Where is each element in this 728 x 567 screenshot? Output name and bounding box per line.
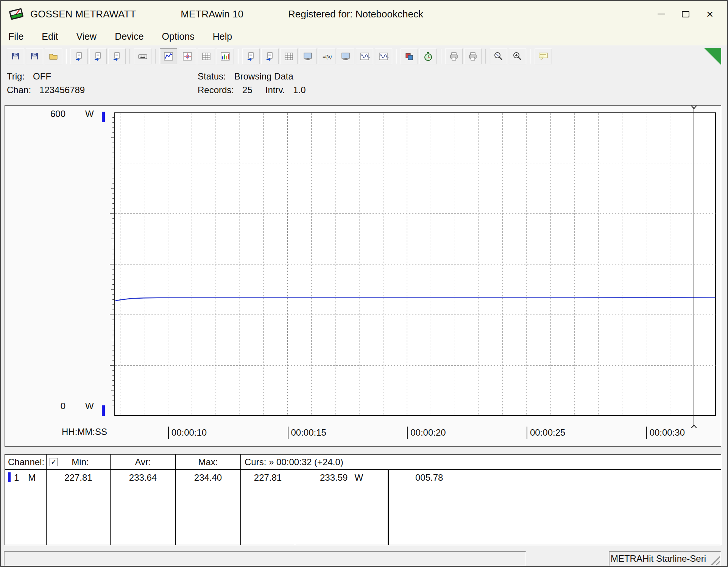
channel-mode: M	[28, 472, 36, 483]
device-display-button[interactable]	[337, 48, 354, 64]
printer-icon	[468, 51, 478, 61]
chan-label: Chan:	[7, 85, 31, 95]
timer-button[interactable]	[419, 48, 437, 64]
toolbar-separator	[129, 49, 130, 64]
toolbar-separator	[485, 49, 486, 64]
menu-edit[interactable]: Edit	[33, 27, 67, 45]
line-chart	[107, 112, 716, 416]
zoom-curve-button[interactable]	[490, 48, 507, 64]
statusbar-device-field: METRAHit Starline-Seri	[609, 551, 721, 566]
wave-icon	[360, 51, 369, 61]
tablegrid-icon	[284, 51, 294, 61]
doc-icon	[265, 51, 275, 61]
close-icon: ×	[706, 8, 714, 20]
status-value: Browsing Data	[234, 71, 293, 81]
monitor-icon	[341, 51, 351, 61]
app-logo-icon	[8, 6, 25, 22]
waveform-a-button[interactable]	[356, 48, 373, 64]
numeric-display-button[interactable]	[134, 48, 151, 64]
export-window-button[interactable]	[242, 48, 260, 64]
bar-chart-view-button[interactable]	[217, 48, 234, 64]
save-button[interactable]	[26, 48, 43, 64]
channel-list-button[interactable]	[280, 48, 298, 64]
formula-button[interactable]: =f(x)	[318, 48, 335, 64]
channel-range-marker-top	[102, 112, 105, 122]
doc-icon	[112, 51, 122, 61]
import-window-button[interactable]	[261, 48, 279, 64]
svg-text:=f(x): =f(x)	[323, 54, 332, 59]
status-panel: Trig:OFF Chan:123456789 Status:Browsing …	[1, 67, 727, 105]
menu-file[interactable]: File	[1, 27, 33, 45]
barchart-icon	[220, 51, 230, 61]
minimize-icon	[658, 14, 665, 14]
interval-value: 1.0	[293, 85, 306, 95]
export-clipboard-button[interactable]	[108, 48, 126, 64]
maximize-icon	[682, 11, 689, 17]
export-csv-button[interactable]	[89, 48, 107, 64]
xy-chart-view-button[interactable]	[179, 48, 196, 64]
zoom-icon	[513, 51, 522, 61]
menu-device[interactable]: Device	[106, 27, 153, 45]
menu-help[interactable]: Help	[204, 27, 241, 45]
table-header-channel: Channel:	[5, 455, 46, 470]
fx-icon: =f(x)	[322, 51, 332, 61]
channel-number: 1	[14, 472, 19, 483]
channel-visibility-checkbox[interactable]: ✓	[50, 458, 58, 466]
menu-options[interactable]: Options	[153, 27, 204, 45]
color-settings-button[interactable]	[401, 48, 418, 64]
waveform-b-button[interactable]	[375, 48, 392, 64]
doc-icon	[74, 51, 84, 61]
maximize-button[interactable]	[673, 4, 698, 24]
status-label: Status:	[198, 71, 226, 81]
chart-cursor[interactable]	[694, 107, 694, 427]
app-name: GOSSEN METRAWATT	[30, 8, 136, 20]
print-button[interactable]	[464, 48, 482, 64]
x-axis-tick-label: 00:00:20	[407, 427, 446, 439]
channel-color-marker	[8, 472, 11, 482]
table-header-max: Max:	[175, 455, 240, 470]
table-header-min-cell: ✓ Min:	[46, 455, 110, 470]
linechart-icon	[164, 51, 173, 61]
cursor-handle-bottom-icon[interactable]	[691, 422, 697, 428]
cursor-handle-top-icon[interactable]	[691, 106, 697, 112]
table-row-channel[interactable]: 1 M	[5, 470, 46, 545]
toolbar-separator	[441, 49, 441, 64]
doc-icon	[246, 51, 256, 61]
timer-icon	[423, 51, 433, 61]
monitor-view-button[interactable]	[299, 48, 316, 64]
table-cell-cursor-min: 227.81	[240, 470, 295, 545]
open-button[interactable]	[45, 48, 62, 64]
folder-icon	[48, 51, 58, 61]
x-axis-tick-label: 00:00:15	[288, 427, 326, 439]
menu-view[interactable]: View	[67, 27, 106, 45]
table-view-button[interactable]	[198, 48, 215, 64]
y-axis-max-unit: W	[85, 109, 94, 119]
statusbar-message-field	[4, 551, 526, 566]
table-header-avr: Avr:	[110, 455, 175, 470]
toolbar-corner-marker	[704, 48, 721, 65]
toolbar-separator	[66, 49, 67, 64]
toolbar-separator	[155, 49, 156, 64]
registration-text: Registered for: Notebookcheck	[288, 8, 423, 20]
measurement-table: Channel: ✓ Min: Avr: Max: Curs: » 00:00:…	[5, 454, 721, 545]
app-window: GOSSEN METRAWATT METRAwin 10 Registered …	[0, 0, 728, 567]
crosshair-icon	[182, 51, 192, 61]
print-preview-button[interactable]	[445, 48, 463, 64]
zoom-button[interactable]	[509, 48, 526, 64]
minimize-button[interactable]	[649, 4, 673, 24]
table-cell-cursor-value: 233.59 W	[295, 470, 388, 545]
window-resize-grip[interactable]	[709, 554, 720, 565]
menu-bar: File Edit View Device Options Help	[1, 27, 727, 45]
annotation-button[interactable]	[535, 48, 552, 64]
toolbar-separator	[530, 49, 531, 64]
wave-icon	[379, 51, 388, 61]
export-text-button[interactable]	[70, 48, 88, 64]
y-axis-min-unit: W	[85, 401, 94, 411]
records-label: Records:	[198, 85, 234, 95]
x-axis-tick-label: 00:00:30	[646, 427, 685, 439]
line-chart-view-button[interactable]	[160, 48, 177, 64]
save-export-button[interactable]	[7, 48, 24, 64]
records-value: 25	[242, 85, 253, 95]
title-bar: GOSSEN METRAWATT METRAwin 10 Registered …	[1, 1, 727, 27]
close-button[interactable]: ×	[698, 4, 722, 24]
